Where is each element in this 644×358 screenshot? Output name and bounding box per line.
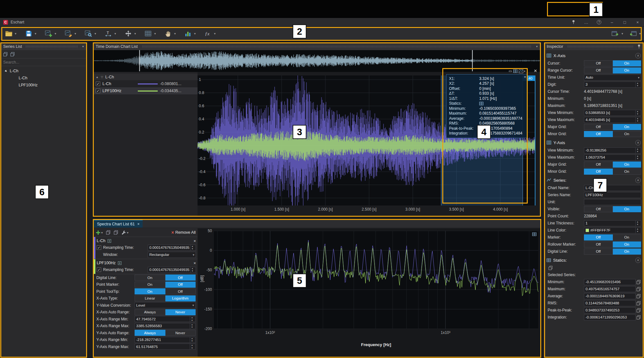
maximum-field[interactable]: 0.497540516574757	[584, 286, 636, 292]
chevron-down-icon[interactable]: ▾	[82, 45, 84, 48]
collapse-icon[interactable]: ▲	[96, 75, 99, 79]
copy-icon[interactable]	[636, 301, 641, 305]
maximize-button[interactable]: □	[618, 18, 631, 26]
chart-search-button-dropdown[interactable]: ▾	[94, 32, 96, 35]
spinner-buttons[interactable]: ▲▼	[190, 323, 194, 329]
bar-chart-button-dropdown[interactable]: ▾	[194, 32, 196, 35]
spinner-buttons[interactable]: ▲▼	[190, 245, 194, 250]
x-axis-range-min-input[interactable]: 47.7945572▲▼	[135, 316, 196, 322]
copy-icon[interactable]	[636, 280, 641, 284]
copy-icon[interactable]	[636, 287, 641, 291]
y-axis-range-min-input[interactable]: -218.28277451▲▼	[135, 337, 196, 343]
series-name-field[interactable]: LPF100Hz	[584, 192, 641, 198]
unit-field[interactable]	[584, 199, 641, 205]
minor-grid-off-button[interactable]: Off	[584, 131, 613, 137]
collapse-section-button[interactable]: ∧	[635, 258, 641, 263]
copy-icon[interactable]	[548, 266, 553, 270]
x-axis-auto-range-never-button[interactable]: Never	[165, 309, 196, 315]
point-tooltip-off-button[interactable]: Off	[165, 288, 196, 294]
import-layout-button-dropdown[interactable]: ▾	[639, 32, 641, 35]
add-series-button[interactable]: ▾	[95, 230, 103, 236]
chart-type-button[interactable]: ▾	[519, 69, 525, 73]
range-cursor-off-button[interactable]: Off	[584, 67, 613, 74]
series-checkbox[interactable]: ✓	[96, 89, 100, 93]
table-button-dropdown[interactable]: ▾	[154, 32, 156, 35]
rollover-marker-off-button[interactable]: Off	[584, 241, 613, 248]
more-button[interactable]: …	[580, 18, 593, 26]
series-checkbox[interactable]: ✓	[96, 82, 100, 86]
move-button[interactable]	[123, 29, 134, 39]
duplicate-button[interactable]	[105, 230, 111, 235]
export-layout-button[interactable]	[610, 29, 621, 39]
function-button-dropdown[interactable]: ▾	[214, 32, 216, 35]
remove-all-button[interactable]: × Remove All	[172, 230, 196, 235]
edit-chart-button-dropdown[interactable]: ▾	[75, 32, 76, 35]
collapse-section-button[interactable]: ∧	[635, 140, 641, 145]
search-input[interactable]	[3, 60, 84, 65]
chevron-down-icon[interactable]: ▾	[536, 45, 538, 48]
marker-off-button[interactable]: Off	[584, 234, 613, 240]
point-marker-on-button[interactable]: On	[135, 282, 165, 288]
y-axis-range-max-input[interactable]: 61.51764875▲▼	[135, 344, 196, 350]
peak-to-peak-field[interactable]: 0.948937337490253	[584, 307, 636, 313]
point-marker-off-button[interactable]: Off	[165, 282, 196, 288]
digital-line-on-button[interactable]: On	[613, 249, 641, 255]
view-minimum-input[interactable]: -0.91386256▲▼	[584, 147, 641, 153]
spinner-buttons[interactable]: ▲▼	[635, 110, 640, 116]
rollover-marker-on-button[interactable]: On	[613, 241, 641, 248]
spinner-buttons[interactable]: ▲▼	[635, 82, 640, 87]
chart-grid-button[interactable]	[513, 69, 517, 73]
chart-name-field[interactable]: L-Ch	[584, 185, 641, 191]
spinner-buttons[interactable]: ▲▼	[190, 337, 194, 343]
close-tab-icon[interactable]: ×	[137, 222, 139, 226]
open-button-dropdown[interactable]: ▾	[15, 32, 16, 35]
spinner-buttons[interactable]: ▲▼	[635, 117, 640, 123]
tree-item-l-ch[interactable]: L-Ch	[1, 74, 86, 82]
rms-field[interactable]: 0.114425678483488	[584, 300, 636, 306]
digital-line-off-button[interactable]: Off	[584, 249, 613, 255]
legend-row-lpf100hz[interactable]: ✓LPF100Hz-0.034435...	[93, 87, 198, 94]
bar-chart-button[interactable]	[182, 29, 193, 39]
open-button[interactable]	[3, 29, 14, 39]
table-button[interactable]	[143, 29, 154, 39]
x-axis-auto-range-always-button[interactable]: Always	[135, 309, 165, 315]
major-grid-off-button[interactable]: Off	[584, 162, 613, 168]
duplicate-button[interactable]	[113, 230, 119, 235]
spinner-buttons[interactable]: ▲▼	[190, 344, 194, 349]
expand-plus-icon[interactable]	[118, 261, 121, 265]
expand-plus-icon[interactable]	[108, 239, 111, 243]
resampling-time-input[interactable]: 0.000147676135049935▲▼	[148, 267, 196, 273]
collapse-section-button[interactable]: ∧	[635, 53, 641, 58]
window-dropdown[interactable]: Rectangular▾	[148, 252, 196, 258]
spinner-buttons[interactable]: ▲▼	[635, 155, 640, 160]
cursor-on-button[interactable]: On	[613, 60, 641, 66]
export-layout-button-dropdown[interactable]: ▾	[622, 32, 623, 35]
cursor-off-button[interactable]: Off	[584, 60, 613, 66]
spinner-buttons[interactable]: ▲▼	[635, 148, 640, 153]
pan-button-dropdown[interactable]: ▾	[174, 32, 176, 35]
minimum-field[interactable]: -0.451396820915496	[584, 279, 636, 285]
series-checkbox[interactable]: ✓	[97, 245, 101, 250]
layers-button[interactable]	[10, 51, 15, 57]
spinner-buttons[interactable]: ▲▼	[635, 228, 640, 233]
sort-icon[interactable]: ▽	[101, 75, 103, 79]
edit-chart-button[interactable]	[63, 29, 74, 39]
pin-icon[interactable]	[637, 44, 641, 49]
legend-row-l-ch[interactable]: ✓L-Ch-0.080801...	[93, 80, 198, 87]
digital-line-on-button[interactable]: On	[135, 275, 165, 281]
x-axis-type-logarithm-button[interactable]: Logarithm	[165, 295, 196, 301]
minor-grid-on-button[interactable]: On	[613, 169, 641, 175]
pin-button[interactable]	[567, 18, 580, 26]
close-button[interactable]: ×	[631, 18, 644, 26]
copy-icon[interactable]	[636, 308, 641, 312]
chart-grid-icon[interactable]	[532, 232, 536, 237]
x-axis-range-max-input[interactable]: 3385.52856583▲▼	[135, 323, 196, 329]
new-chart-button-dropdown[interactable]: ▾	[55, 32, 56, 35]
view-minimum-input[interactable]: 0.53868593 [s]▲▼	[584, 110, 641, 116]
resampling-time-input[interactable]: 0.000147676135049935▲▼	[148, 245, 196, 251]
close-popup-button[interactable]: ×	[524, 75, 526, 79]
series-checkbox[interactable]: ✓	[97, 267, 101, 272]
x-axis-type-linear-button[interactable]: Linear	[135, 295, 165, 301]
view-maximum-input[interactable]: 4.40194845 [s]▲▼	[584, 117, 641, 123]
minimize-chart-button[interactable]: ▭	[509, 69, 512, 73]
